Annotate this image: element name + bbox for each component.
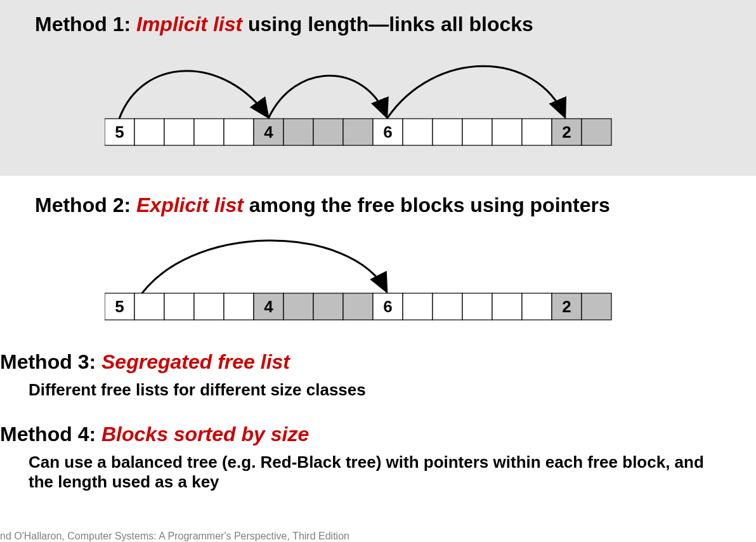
block-cell — [433, 293, 462, 320]
method4-section: Method 4: Blocks sorted by size Can use … — [0, 400, 756, 492]
method2-diagram: 5462 — [105, 223, 625, 325]
block-cell — [403, 293, 433, 320]
method3-section: Method 3: Segregated free list Different… — [0, 325, 756, 400]
method4-subtext: Can use a balanced tree (e.g. Red-Black … — [29, 453, 714, 492]
method1-title: Method 1: Implicit list using length—lin… — [35, 13, 750, 36]
block-cell — [194, 293, 224, 320]
block-cell — [582, 119, 611, 145]
method2-prefix: Method 2: — [35, 194, 136, 216]
block-cell — [582, 293, 611, 320]
method2-suffix: among the free blocks using pointers — [244, 194, 610, 216]
method2-section: Method 2: Explicit list among the free b… — [0, 176, 756, 325]
block-cell — [134, 293, 164, 320]
block-cell — [164, 293, 194, 320]
block-header-value: 4 — [264, 297, 273, 316]
block-cell — [343, 119, 373, 145]
method3-subtext: Different free lists for different size … — [29, 380, 756, 400]
block-header-value: 6 — [383, 122, 392, 142]
block-cell — [313, 293, 343, 320]
method3-red: Segregated free list — [101, 350, 290, 373]
block-header-value: 6 — [383, 297, 392, 316]
block-cell — [164, 119, 194, 145]
block-header-value: 2 — [562, 297, 571, 316]
block-cell — [194, 119, 224, 145]
method4-red: Blocks sorted by size — [101, 423, 309, 446]
block-header-value: 2 — [562, 122, 571, 142]
block-cell — [313, 119, 343, 145]
method3-title: Method 3: Segregated free list — [0, 350, 756, 374]
block-cell — [403, 119, 433, 145]
method4-prefix: Method 4: — [0, 423, 101, 446]
block-cell — [462, 119, 492, 145]
block-cell — [224, 119, 254, 145]
block-header-value: 5 — [115, 122, 124, 142]
block-header-value: 4 — [264, 122, 273, 142]
block-cell — [134, 119, 164, 145]
block-cell — [522, 119, 552, 145]
block-cell — [284, 119, 313, 145]
block-cell — [522, 293, 552, 320]
method1-section: Method 1: Implicit list using length—lin… — [0, 0, 756, 176]
block-cell — [462, 293, 492, 320]
block-cell — [284, 293, 313, 320]
method3-prefix: Method 3: — [0, 350, 101, 373]
block-cell — [343, 293, 373, 320]
block-header-value: 5 — [115, 297, 124, 316]
block-cell — [492, 119, 522, 145]
method4-title: Method 4: Blocks sorted by size — [0, 423, 756, 446]
method2-red: Explicit list — [136, 194, 244, 216]
block-cell — [224, 293, 254, 320]
method1-diagram: 5462 — [105, 43, 625, 150]
block-cell — [492, 293, 522, 320]
method2-title: Method 2: Explicit list among the free b… — [35, 194, 750, 217]
method1-suffix: using length—links all blocks — [242, 13, 533, 36]
footer-citation: nd O'Hallaron, Computer Systems: A Progr… — [0, 531, 349, 542]
method1-prefix: Method 1: — [35, 13, 136, 36]
block-cell — [433, 119, 462, 145]
method1-red: Implicit list — [136, 13, 242, 36]
